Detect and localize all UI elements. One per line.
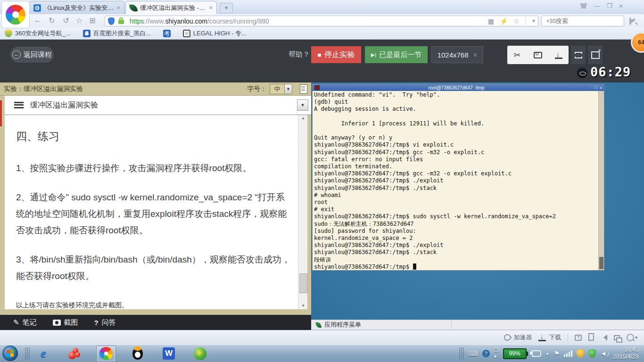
bookmark-legal-high[interactable]: LEGAL HIGH - 专... [183, 29, 247, 38]
screen: 《Linux及安全》实验安排 - × 缓冲区溢出漏洞实验 - 实验 × + — … [0, 0, 644, 362]
terminal-titlebar[interactable]: root@73863627d647: /tmp - □ x [313, 84, 604, 91]
switch-screen-icon[interactable] [534, 52, 542, 58]
taskbar-wps-icon[interactable]: W [159, 346, 178, 362]
bookmark-star-icon[interactable]: ☆ [514, 17, 520, 25]
browser-logo[interactable] [1, 1, 30, 28]
speaker-icon[interactable] [601, 335, 607, 340]
last-section-button[interactable]: ▶| 已是最后一节 [365, 46, 428, 63]
keyboard-icon[interactable]: ⌨ [469, 350, 478, 357]
terminal-scroll-thumb[interactable] [599, 257, 603, 269]
taskbar-drag-handle[interactable] [25, 347, 30, 360]
notes-button[interactable]: ✎笔记 [13, 318, 37, 327]
action-center-flag-icon[interactable]: ⚑ [554, 350, 560, 357]
scissors-icon[interactable]: ✂ [513, 50, 520, 60]
terminal-scrollbar[interactable] [598, 91, 604, 270]
new-tab-button[interactable]: + [220, 3, 233, 13]
terminal-body[interactable]: Undefined command: "vi". Try "help". (gd… [313, 91, 604, 270]
toc-bar[interactable]: 缓冲区溢出漏洞实验 ▼ [5, 96, 311, 115]
open-new-window-button[interactable] [588, 46, 603, 64]
trash-icon[interactable] [588, 335, 594, 341]
url-text[interactable]: https://www.shiyanlou.com/courses/runnin… [130, 17, 269, 25]
back-to-course-button[interactable]: ← 返回课程 [10, 47, 54, 63]
search-input[interactable] [545, 17, 629, 25]
scroll-up-icon[interactable]: ▲ [298, 115, 308, 122]
tab-close-icon[interactable]: × [209, 4, 213, 11]
scroll-thumb[interactable] [299, 273, 307, 293]
apps-grid-icon[interactable]: ⊞ [87, 16, 98, 25]
scroll-down-icon[interactable]: ▼ [298, 303, 308, 309]
document-icon[interactable] [300, 84, 307, 94]
zoom-control[interactable]: ▾ [627, 334, 637, 341]
fullscreen-button[interactable] [571, 46, 586, 64]
tab-buffer-overflow[interactable]: 缓冲区溢出漏洞实验 - 实验 × [125, 1, 217, 14]
wrench-menu-icon[interactable] [629, 17, 638, 25]
favorite-star-icon[interactable]: ☆ [74, 16, 85, 25]
taskbar-red-spheres-app-icon[interactable] [65, 346, 84, 362]
refresh-icon[interactable]: ↻ [46, 16, 58, 25]
security-shield-green-icon[interactable] [588, 349, 596, 358]
tab-close-icon[interactable]: × [116, 4, 120, 11]
tab-linux-security[interactable]: 《Linux及安全》实验安排 - × [29, 1, 124, 14]
taskbar-360safe-icon[interactable] [190, 346, 209, 362]
pencil-icon: ✎ [13, 318, 19, 327]
stop-experiment-button[interactable]: ■ 停止实验 [311, 46, 361, 63]
skin-icon[interactable] [580, 3, 587, 8]
battery-indicator[interactable]: 99% [503, 348, 527, 359]
qrcode-icon[interactable]: ▦ [488, 17, 494, 25]
divider [568, 333, 568, 342]
360-shield-gold-icon[interactable] [577, 349, 584, 358]
resolution-dropdown[interactable]: 1024x768∨ [431, 46, 483, 63]
bookmark-kao[interactable]: 考 [163, 30, 171, 37]
tray-drag-handle[interactable] [459, 347, 464, 360]
lightning-icon[interactable]: ⚡ [500, 17, 508, 25]
restore-window-tray-icon[interactable]: ❐▾ [494, 347, 499, 360]
address-bar[interactable]: https://www.shiyanlou.com/courses/runnin… [105, 16, 538, 26]
back-icon[interactable]: ← [32, 16, 43, 25]
terminal-close-icon[interactable]: x [600, 85, 603, 90]
close-icon[interactable]: × [619, 2, 623, 10]
toc-dropdown-icon[interactable]: ▼ [297, 99, 308, 111]
start-button[interactable] [2, 346, 18, 361]
repair-kit-icon[interactable] [575, 335, 582, 341]
download-manager-button[interactable]: 下载 [538, 333, 561, 342]
app-menu-bar[interactable]: 应用程序菜单 [311, 320, 644, 330]
eye-icon[interactable] [577, 68, 587, 78]
browser-status-bar: 加速器 下载 ▾ [0, 330, 644, 345]
terminal-maximize-icon[interactable]: □ [595, 85, 597, 90]
history-back-icon[interactable]: ↺ [60, 16, 72, 25]
help-link[interactable]: 帮助？ [289, 50, 310, 59]
app-menu-label[interactable]: 应用程序菜单 [324, 321, 361, 329]
restore-icon[interactable]: ❐ [607, 2, 612, 9]
search-box[interactable] [541, 16, 624, 26]
download-icon[interactable] [555, 51, 562, 59]
volume-icon[interactable]: ◄) [600, 350, 609, 357]
bookmark-360nav[interactable]: 360安全网址导航_... [5, 29, 71, 38]
taskbar-ie-icon[interactable]: e [34, 346, 53, 362]
multi-window-icon[interactable] [614, 335, 620, 340]
doc-scrollbar[interactable]: ▲ ▼ [298, 115, 307, 309]
toc-hamburger-icon[interactable] [14, 102, 24, 108]
font-size-caret-icon[interactable]: ▼ [285, 84, 292, 94]
dropdown-caret-icon[interactable]: ▼ [531, 18, 536, 24]
bookmark-baidu-images[interactable]: 百度图片搜索_黑白... [83, 29, 151, 38]
doc-panel: 实验：缓冲区溢出漏洞实验 字号： 中 ▼ 缓冲区溢出漏洞实验 ▼ 四、练习 1、… [0, 82, 311, 315]
https-lock-icon [118, 20, 124, 24]
network-signal-icon[interactable] [564, 350, 572, 357]
screenshot-button[interactable]: 截图 [53, 318, 78, 327]
minimize-icon[interactable]: — [594, 2, 600, 9]
terminal-minimize-icon[interactable]: - [591, 85, 593, 90]
vm-desktop[interactable]: root@73863627d647: /tmp - □ x Undefined … [311, 82, 644, 330]
site-safety-shield-icon[interactable] [108, 17, 115, 25]
terminal-window[interactable]: root@73863627d647: /tmp - □ x Undefined … [312, 84, 604, 271]
qa-button[interactable]: ?问答 [94, 318, 116, 327]
help-tray-icon[interactable]: ? [482, 350, 490, 357]
tab-label: 《Linux及安全》实验安排 - [44, 4, 114, 12]
accelerator-button[interactable]: 加速器 [504, 333, 532, 342]
address-bar-tools: ▦ ⚡ ☆ ▼ [488, 17, 538, 25]
taskbar-clock[interactable]: 19:45 2015/4/23 [613, 346, 641, 361]
show-hidden-icons[interactable]: ▲ [545, 351, 550, 356]
taskbar-qq-icon[interactable] [128, 346, 147, 362]
divider [451, 321, 452, 329]
font-size-select[interactable]: 中 [270, 84, 285, 94]
taskbar-360browser-icon-active[interactable] [96, 346, 116, 362]
